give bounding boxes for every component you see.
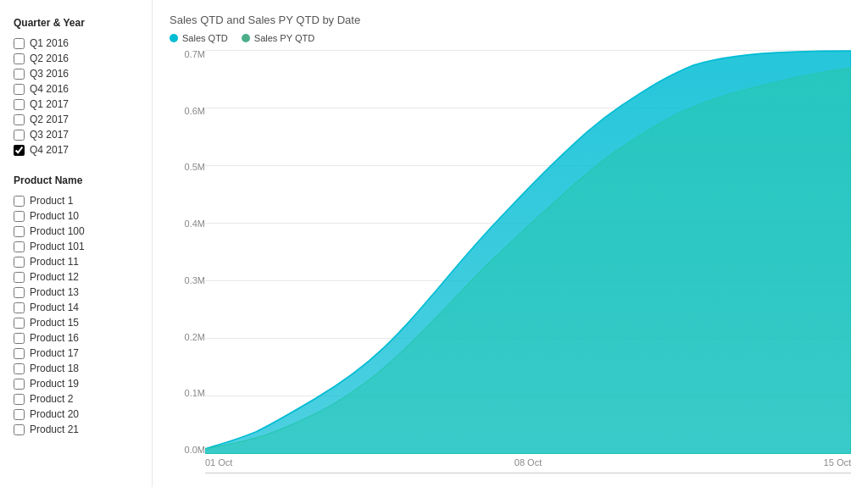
quarter-item[interactable]: Q2 2017 (14, 112, 143, 127)
product-item[interactable]: Product 12 (14, 269, 143, 285)
x-axis-label: 08 Oct (515, 457, 542, 468)
y-axis-label: 0.5M (170, 163, 205, 172)
chart-with-yaxis: 0.7M0.6M0.5M0.4M0.3M0.2M0.1M0.0M (170, 50, 851, 473)
y-axis: 0.7M0.6M0.5M0.4M0.3M0.2M0.1M0.0M (170, 50, 205, 473)
y-axis-label: 0.2M (170, 333, 205, 342)
product-name-title: Product Name (14, 174, 143, 186)
product-item[interactable]: Product 17 (14, 346, 143, 361)
chart-svg (205, 50, 851, 454)
y-axis-label: 0.0M (170, 445, 205, 455)
sidebar: Quarter & Year Q1 2016Q2 2016Q3 2016Q4 2… (0, 0, 153, 487)
y-axis-label: 0.7M (170, 50, 205, 59)
quarter-item[interactable]: Q1 2017 (14, 97, 143, 112)
y-axis-label: 0.1M (170, 389, 205, 398)
y-axis-label: 0.6M (170, 107, 205, 116)
y-axis-label: 0.4M (170, 219, 205, 229)
product-item[interactable]: Product 100 (14, 224, 143, 239)
x-axis-label: 15 Oct (824, 457, 851, 468)
product-item[interactable]: Product 16 (14, 330, 143, 346)
product-item[interactable]: Product 11 (14, 254, 143, 269)
product-item[interactable]: Product 101 (14, 239, 143, 254)
product-item[interactable]: Product 19 (14, 376, 143, 391)
product-item[interactable]: Product 21 (14, 422, 143, 437)
quarter-list: Q1 2016Q2 2016Q3 2016Q4 2016Q1 2017Q2 20… (14, 36, 143, 158)
quarter-item[interactable]: Q3 2016 (14, 66, 143, 81)
product-item[interactable]: Product 15 (14, 315, 143, 330)
product-item[interactable]: Product 2 (14, 391, 143, 407)
quarter-item[interactable]: Q4 2016 (14, 81, 143, 97)
x-axis-label: 01 Oct (205, 457, 232, 468)
legend-dot (242, 34, 250, 42)
product-list: Product 1Product 10Product 100Product 10… (14, 193, 143, 437)
product-item[interactable]: Product 18 (14, 361, 143, 376)
chart-title: Sales QTD and Sales PY QTD by Date (170, 14, 851, 26)
chart-legend: Sales QTDSales PY QTD (170, 33, 851, 43)
quarter-item[interactable]: Q3 2017 (14, 127, 143, 142)
legend-item: Sales PY QTD (242, 33, 314, 43)
product-item[interactable]: Product 1 (14, 193, 143, 208)
legend-item: Sales QTD (170, 33, 228, 43)
product-item[interactable]: Product 10 (14, 208, 143, 224)
product-item[interactable]: Product 13 (14, 285, 143, 300)
legend-label: Sales PY QTD (254, 33, 314, 43)
quarter-item[interactable]: Q1 2016 (14, 36, 143, 51)
chart-area: 0.7M0.6M0.5M0.4M0.3M0.2M0.1M0.0M (170, 50, 851, 473)
main-content: Sales QTD and Sales PY QTD by Date Sales… (153, 0, 868, 487)
quarter-year-title: Quarter & Year (14, 17, 143, 29)
product-item[interactable]: Product 14 (14, 300, 143, 315)
quarter-item[interactable]: Q2 2016 (14, 51, 143, 66)
chart-plot: 01 Oct08 Oct15 Oct (205, 50, 851, 473)
product-item[interactable]: Product 20 (14, 407, 143, 422)
y-axis-label: 0.3M (170, 276, 205, 285)
quarter-item[interactable]: Q4 2017 (14, 142, 143, 158)
x-axis: 01 Oct08 Oct15 Oct (205, 454, 851, 473)
legend-dot (170, 34, 178, 42)
legend-label: Sales QTD (182, 33, 228, 43)
